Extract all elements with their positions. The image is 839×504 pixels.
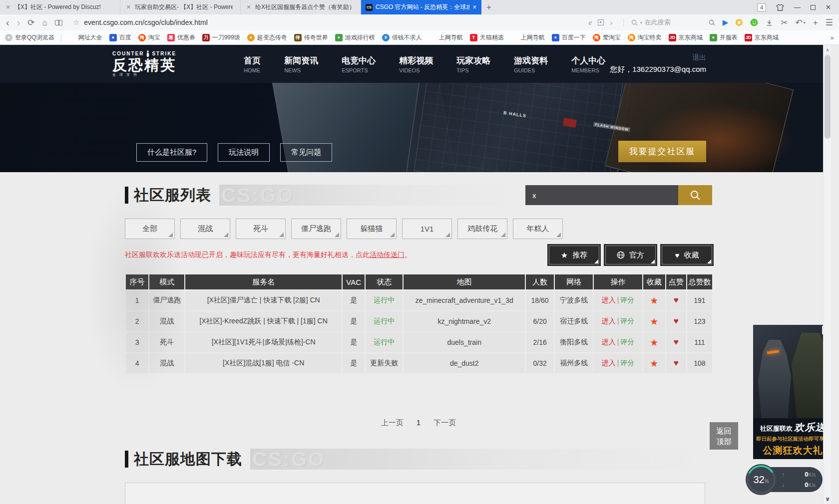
url-text[interactable]: event.csgo.com.cn/csgo/club/index.html bbox=[84, 18, 207, 26]
progress-circle[interactable]: 32% bbox=[746, 464, 777, 495]
back-icon[interactable]: ‹ bbox=[6, 17, 9, 27]
filter-tab[interactable]: 全部 bbox=[125, 219, 175, 239]
bookmark-item[interactable]: ● 百度一下 bbox=[552, 33, 586, 42]
server-search-input[interactable] bbox=[525, 185, 678, 205]
bookmark-star-icon[interactable]: ☆ bbox=[73, 18, 79, 27]
bookmark-item[interactable]: ● 超变态传奇 bbox=[247, 33, 287, 42]
bookmark-item[interactable]: ● 游戏排行榜 bbox=[335, 33, 375, 42]
bookmark-item[interactable]: 惠 优惠券 bbox=[167, 33, 195, 42]
rate-server-link[interactable]: 评分 bbox=[620, 317, 634, 325]
favorite-star-icon[interactable]: ★ bbox=[650, 316, 658, 327]
nav-item[interactable]: 新闻资讯 NEWS bbox=[284, 55, 318, 73]
filter-tab[interactable]: 鸡鼓传花 bbox=[457, 219, 507, 239]
bookmark-item[interactable]: JD 京东商城 bbox=[745, 33, 779, 42]
bookmarks-overflow-icon[interactable]: » bbox=[831, 34, 834, 41]
reading-mode-icon[interactable] bbox=[55, 20, 62, 25]
tab-close-icon[interactable]: ✕ bbox=[472, 4, 477, 10]
favorite-star-icon[interactable]: ★ bbox=[650, 358, 658, 369]
bookmark-item[interactable]: ✔ 上网导航 bbox=[511, 33, 545, 42]
minimize-button[interactable]: — bbox=[794, 3, 801, 11]
promo-ad[interactable]: ✕ 社区服联欢 欢乐送 即日起参与社区服活动即可享受 公测狂欢大礼 bbox=[753, 325, 831, 459]
bookmark-item[interactable]: ✔ 网址大全 bbox=[68, 33, 102, 42]
login-reward-icon[interactable] bbox=[736, 19, 743, 26]
expand-icon[interactable]: › bbox=[610, 18, 613, 27]
bookmark-item[interactable]: ✔ 上网导航 bbox=[429, 33, 463, 42]
bookmark-item[interactable]: ● 开服表 bbox=[710, 33, 738, 42]
nav-item[interactable]: 首页 HOME bbox=[244, 55, 261, 73]
enter-server-link[interactable]: 进入 bbox=[602, 317, 616, 325]
filter-tab[interactable]: 年糕人 bbox=[513, 219, 563, 239]
favorite-star-icon[interactable]: ★ bbox=[650, 337, 658, 348]
scroll-up-icon[interactable]: ∧ bbox=[824, 46, 831, 54]
nav-item[interactable]: 玩家攻略 TIPS bbox=[456, 55, 490, 73]
refresh-icon[interactable]: ⟳ bbox=[27, 18, 34, 27]
like-heart-icon[interactable]: ♥ bbox=[674, 337, 679, 347]
browser-search-box[interactable]: ▾ 在此搜索 bbox=[631, 18, 715, 27]
add-icon[interactable]: + bbox=[813, 18, 818, 27]
restore-button[interactable] bbox=[811, 5, 816, 10]
hero-info-button[interactable]: 什么是社区服? bbox=[136, 143, 207, 162]
event-portal-link[interactable]: 活动传送门 bbox=[370, 251, 405, 258]
browser-tab[interactable]: ✕ 玩家自助交易区- 【X】社区 - Powere bbox=[120, 0, 241, 14]
bookmark-item[interactable]: T 天猫精选 bbox=[470, 33, 504, 42]
logout-link[interactable]: 退出 bbox=[692, 53, 706, 62]
bookmark-item[interactable]: 淘 淘宝 bbox=[138, 33, 160, 42]
browser-tab[interactable]: ✕ 给X社区国服服务器点个赞（有奖励） bbox=[241, 0, 361, 14]
rate-server-link[interactable]: 评分 bbox=[620, 359, 634, 367]
enter-server-link[interactable]: 进入 bbox=[602, 296, 616, 304]
bookmark-item[interactable]: 淘 淘宝特卖 bbox=[628, 33, 662, 42]
bookmark-item[interactable]: 刀 一刀999级 bbox=[202, 33, 240, 42]
browser-tab[interactable]: ✕ 【X】社区 - Powered by Discuz! bbox=[0, 0, 120, 14]
enter-server-link[interactable]: 进入 bbox=[602, 359, 616, 367]
bookmark-item[interactable]: 淘 爱淘宝 bbox=[593, 33, 621, 42]
back-to-top-button[interactable]: 返回 顶部 bbox=[710, 422, 738, 450]
browser-tab[interactable]: CS CSGO 官方网站 - 反恐精英：全球攻 ✕ bbox=[361, 0, 481, 14]
scroll-down-icon[interactable]: ∨ bbox=[824, 495, 831, 503]
scrollbar-thumb[interactable] bbox=[825, 55, 831, 139]
prev-page-link[interactable]: 上一页 bbox=[381, 418, 404, 427]
official-button[interactable]: 官方 bbox=[605, 246, 656, 264]
new-tab-button[interactable]: + bbox=[481, 0, 496, 14]
rate-server-link[interactable]: 评分 bbox=[620, 338, 634, 346]
qr-code-icon[interactable] bbox=[598, 19, 604, 25]
bookmark-item[interactable]: JD 京东商城 bbox=[669, 33, 703, 42]
bookmark-item[interactable]: ● 登录QQ浏览器 bbox=[5, 33, 61, 42]
hero-info-button[interactable]: 常见问题 bbox=[280, 143, 332, 162]
tab-count-badge[interactable]: 4 bbox=[757, 3, 766, 11]
csgo-logo[interactable]: COUNTER STRIKE 反恐精英 全球攻势 bbox=[112, 50, 176, 77]
download-icon[interactable] bbox=[766, 19, 773, 26]
like-heart-icon[interactable]: ♥ bbox=[674, 295, 679, 305]
favorite-button[interactable]: ♥ 收藏 bbox=[662, 246, 712, 264]
skin-theme-icon[interactable] bbox=[776, 4, 784, 11]
messenger-icon[interactable] bbox=[750, 18, 758, 26]
filter-tab[interactable]: 僵尸逃跑 bbox=[291, 219, 341, 239]
filter-tab[interactable]: 1V1 bbox=[402, 219, 452, 239]
screenshot-scissors-icon[interactable]: ✂ bbox=[781, 18, 788, 27]
page-scrollbar[interactable]: ∧ ∨ bbox=[823, 45, 831, 504]
search-placeholder[interactable]: 在此搜索 bbox=[645, 18, 706, 27]
nav-item[interactable]: 精彩视频 VIDEOS bbox=[399, 55, 433, 73]
bookmark-item[interactable]: 传 传奇世界 bbox=[294, 33, 328, 42]
enter-server-link[interactable]: 进入 bbox=[602, 338, 616, 346]
close-window-button[interactable]: ✕ bbox=[826, 3, 831, 11]
forward-icon[interactable]: › bbox=[17, 17, 20, 27]
hero-info-button[interactable]: 玩法说明 bbox=[218, 143, 270, 162]
search-engine-caret-icon[interactable]: ▾ bbox=[640, 20, 642, 25]
ie-mode-icon[interactable]: e bbox=[588, 18, 592, 27]
next-page-link[interactable]: 下一页 bbox=[433, 418, 456, 427]
bookmark-item[interactable]: ¥ 借钱不求人 bbox=[382, 33, 422, 42]
home-icon[interactable]: ⌂ bbox=[42, 18, 47, 27]
filter-tab[interactable]: 混战 bbox=[180, 219, 230, 239]
undo-icon[interactable]: ↶ ▾ bbox=[796, 18, 806, 27]
nav-item[interactable]: 游戏资料 GUIDES bbox=[514, 55, 548, 73]
menu-icon[interactable]: ☰ bbox=[826, 18, 833, 27]
like-heart-icon[interactable]: ♥ bbox=[674, 358, 679, 368]
bookmark-item[interactable]: ● 百度 bbox=[109, 33, 131, 42]
filter-tab[interactable]: 躲猫猫 bbox=[347, 219, 397, 239]
server-search-button[interactable] bbox=[678, 185, 712, 205]
nav-item[interactable]: 个人中心 MEMBERS bbox=[571, 55, 605, 73]
like-heart-icon[interactable]: ♥ bbox=[674, 316, 679, 326]
nav-item[interactable]: 电竞中心 ESPORTS bbox=[342, 55, 376, 73]
submit-server-button[interactable]: 我要提交社区服 bbox=[618, 141, 706, 162]
search-go-icon[interactable] bbox=[709, 19, 715, 26]
